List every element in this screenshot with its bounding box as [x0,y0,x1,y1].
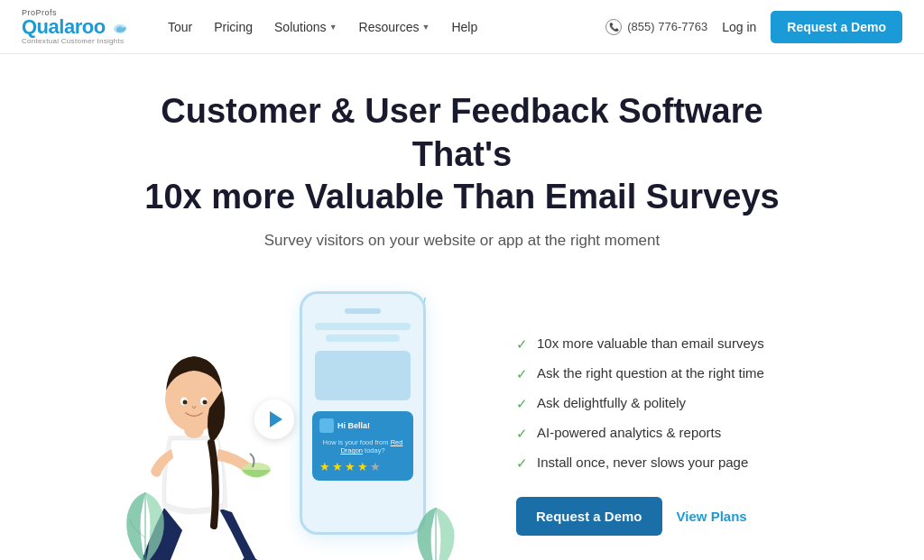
nav-links: Tour Pricing Solutions ▼ Resources ▼ Hel… [159,13,605,41]
hero-content: / / / [54,282,870,561]
view-plans-link[interactable]: View Plans [677,509,747,524]
leaf-left-icon [114,488,177,561]
nav-solutions[interactable]: Solutions ▼ [265,13,346,41]
star-1: ★ [319,460,330,473]
check-icon-2: ✓ [516,366,528,382]
feature-item: ✓ Ask the right question at the right ti… [516,365,823,382]
svg-point-11 [183,399,188,404]
phone-icon: 📞 [605,19,622,35]
feature-text-4: AI-powered analytics & reports [537,425,721,440]
leaf-right-decoration [407,504,466,561]
survey-greeting: Hi Bella! [337,421,370,430]
check-icon-5: ✓ [516,455,528,472]
feature-list: ✓ 10x more valuable than email surveys ✓… [516,335,823,472]
phone-line-2 [326,335,401,342]
leaf-right-icon [407,504,466,561]
survey-brand-link: Red Dragon [340,438,402,455]
feature-item: ✓ 10x more valuable than email surveys [516,335,823,353]
hero-title: Customer & User Feedback Software That's… [137,90,787,219]
svg-point-12 [203,399,208,404]
feature-text-5: Install once, never slows your page [537,454,748,470]
phone-contact[interactable]: 📞 (855) 776-7763 [605,19,707,35]
phone-line-1 [315,323,411,330]
logo-tagline: Contextual Customer Insights [22,37,130,45]
survey-avatar [319,418,334,433]
check-icon-4: ✓ [516,426,528,442]
nav-request-demo-button[interactable]: Request a Demo [771,11,902,43]
navbar: ProProfs Qualaroo Contextual Customer In… [0,0,924,54]
star-5: ★ [370,460,381,473]
feature-text-1: 10x more valuable than email surveys [537,335,764,351]
star-3: ★ [345,460,356,473]
nav-pricing[interactable]: Pricing [205,13,262,41]
feature-text-2: Ask the right question at the right time [537,365,764,381]
qualaroo-logo: Qualaroo [22,17,130,37]
star-4: ★ [357,460,368,473]
phone-image-block [315,351,411,400]
survey-question: How is your food from Red Dragon today? [319,438,406,456]
nav-right: 📞 (855) 776-7763 Log in Request a Demo [605,11,902,43]
feature-item: ✓ Install once, never slows your page [516,454,823,472]
star-2: ★ [332,460,343,473]
login-link[interactable]: Log in [722,20,756,34]
feature-item: ✓ AI-powered analytics & reports [516,425,823,442]
cta-buttons: Request a Demo View Plans [516,497,823,536]
check-icon-1: ✓ [516,336,528,353]
phone-mockup: Hi Bella! How is your food from Red Drag… [300,291,426,535]
nav-help[interactable]: Help [442,13,486,41]
survey-card: Hi Bella! How is your food from Red Drag… [312,411,413,482]
phone-notch [345,308,381,314]
phone-number: (855) 776-7763 [627,20,707,33]
check-icon-3: ✓ [516,396,528,412]
resources-chevron-icon: ▼ [421,23,430,32]
logo-area[interactable]: ProProfs Qualaroo Contextual Customer In… [22,8,130,45]
leaf-left-decoration [114,488,177,561]
hero-subtitle: Survey visitors on your website or app a… [54,232,870,250]
survey-stars: ★ ★ ★ ★ ★ [319,460,406,473]
play-button[interactable] [254,399,294,439]
feature-item: ✓ Ask delightfully & politely [516,395,823,412]
feature-text-3: Ask delightfully & politely [537,395,686,410]
nav-resources[interactable]: Resources ▼ [350,13,439,41]
hero-request-demo-button[interactable]: Request a Demo [516,497,662,536]
nav-tour[interactable]: Tour [159,13,201,41]
hero-section: Customer & User Feedback Software That's… [0,54,924,560]
solutions-chevron-icon: ▼ [329,23,337,32]
play-icon [270,411,282,427]
hero-illustration: / / / [101,282,480,561]
kangaroo-icon [112,22,128,34]
hero-right: ✓ 10x more valuable than email surveys ✓… [480,335,823,536]
